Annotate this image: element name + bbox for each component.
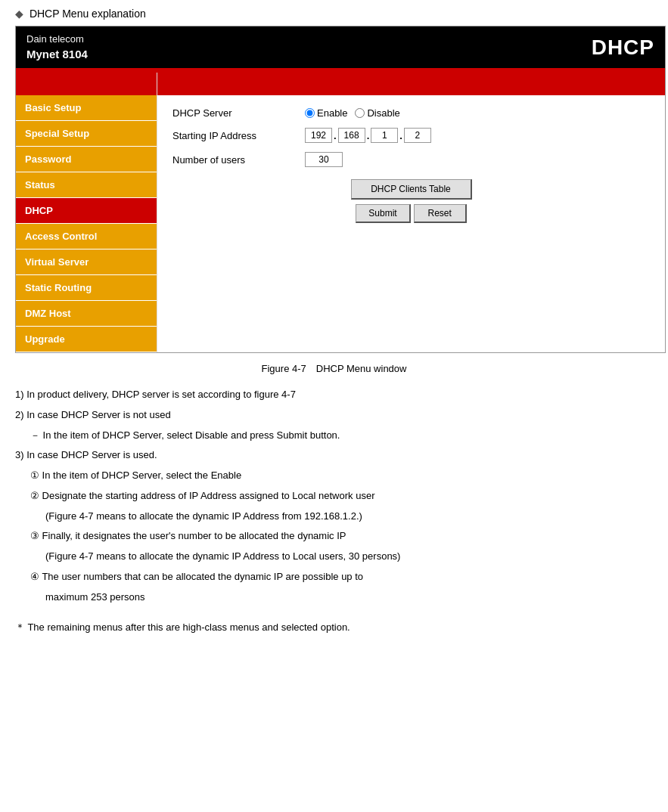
- main-content: DHCP Server Enable Disable Sta: [157, 73, 665, 352]
- sidebar-item-basic-setup[interactable]: Basic Setup: [16, 95, 157, 121]
- router-ui: Dain telecom Mynet 8104 DHCP Basic Setup…: [15, 26, 666, 353]
- sidebar-item-virtual-server[interactable]: Virtual Server: [16, 249, 157, 275]
- radio-group: Enable Disable: [305, 107, 400, 119]
- sidebar-item-status[interactable]: Status: [16, 172, 157, 198]
- explanation-line2-sub: － In the item of DHCP Server, select Dis…: [15, 427, 653, 445]
- explanation-line3-sub4a: maximum 253 persons: [15, 589, 653, 606]
- sidebar-item-dhcp[interactable]: DHCP: [16, 198, 157, 224]
- explanation-line3-sub3a: (Figure 4-7 means to allocate the dynami…: [15, 548, 653, 566]
- sidebar-top-bar: [16, 73, 157, 95]
- content-top-bar: [157, 73, 665, 95]
- sidebar-item-static-routing[interactable]: Static Routing: [16, 275, 157, 301]
- router-brand: Dain telecom Mynet 8104: [26, 33, 88, 62]
- button-area: DHCP Clients Table Submit Reset: [172, 179, 650, 223]
- num-users-input[interactable]: [305, 152, 343, 167]
- ip-octet-2[interactable]: [338, 128, 365, 143]
- content-inner: DHCP Server Enable Disable Sta: [157, 95, 665, 235]
- ip-octet-4[interactable]: [404, 128, 431, 143]
- ip-octet-1[interactable]: [305, 128, 332, 143]
- footer-note: ＊ The remaining menus after this are hig…: [15, 621, 653, 634]
- page-title: ◆ DHCP Menu explanation: [15, 8, 653, 20]
- ip-dot-3: .: [399, 130, 402, 141]
- disable-option[interactable]: Disable: [355, 107, 399, 119]
- explanation-line3: 3) In case DHCP Server is used.: [15, 447, 653, 464]
- dhcp-clients-table-button[interactable]: DHCP Clients Table: [351, 179, 472, 200]
- num-users-row: Number of users: [172, 152, 650, 167]
- ip-inputs: . . .: [305, 128, 431, 143]
- router-body: Basic Setup Special Setup Password Statu…: [16, 73, 665, 352]
- explanation-line3-sub1: ① In the item of DHCP Server, select the…: [15, 467, 653, 485]
- num-users-label: Number of users: [172, 154, 305, 166]
- explanation-line2: 2) In case DHCP Server is not used: [15, 407, 653, 424]
- ip-dot-2: .: [367, 130, 370, 141]
- sidebar-item-dmz-host[interactable]: DMZ Host: [16, 301, 157, 327]
- diamond-icon: ◆: [15, 8, 23, 20]
- explanation-line3-sub4: ④ The user numbers that can be allocated…: [15, 569, 653, 586]
- disable-radio[interactable]: [355, 108, 365, 118]
- sidebar: Basic Setup Special Setup Password Statu…: [16, 73, 157, 352]
- explanation: 1) In product delivery, DHCP server is s…: [15, 386, 653, 606]
- router-header: Dain telecom Mynet 8104 DHCP: [16, 26, 665, 68]
- dhcp-server-row: DHCP Server Enable Disable: [172, 107, 650, 119]
- router-title-badge: DHCP: [592, 36, 654, 60]
- explanation-line1: 1) In product delivery, DHCP server is s…: [15, 386, 653, 404]
- starting-ip-row: Starting IP Address . . .: [172, 128, 650, 143]
- figure-caption: Figure 4-7 DHCP Menu window: [15, 362, 653, 376]
- sidebar-item-access-control[interactable]: Access Control: [16, 224, 157, 249]
- submit-button[interactable]: Submit: [356, 204, 410, 223]
- starting-ip-label: Starting IP Address: [172, 130, 305, 141]
- explanation-line3-sub3: ③ Finally, it designates the user's numb…: [15, 528, 653, 545]
- explanation-line3-sub2a: (Figure 4-7 means to allocate the dynami…: [15, 508, 653, 525]
- dhcp-server-label: DHCP Server: [172, 107, 305, 119]
- reset-button[interactable]: Reset: [414, 204, 467, 223]
- ip-octet-3[interactable]: [371, 128, 398, 143]
- submit-reset-row: Submit Reset: [356, 204, 466, 223]
- ip-dot-1: .: [334, 130, 337, 141]
- enable-radio[interactable]: [305, 108, 315, 118]
- explanation-line3-sub2: ② Designate the starting address of IP A…: [15, 488, 653, 505]
- sidebar-item-password[interactable]: Password: [16, 147, 157, 172]
- sidebar-item-special-setup[interactable]: Special Setup: [16, 121, 157, 147]
- sidebar-item-upgrade[interactable]: Upgrade: [16, 327, 157, 352]
- enable-option[interactable]: Enable: [305, 107, 347, 119]
